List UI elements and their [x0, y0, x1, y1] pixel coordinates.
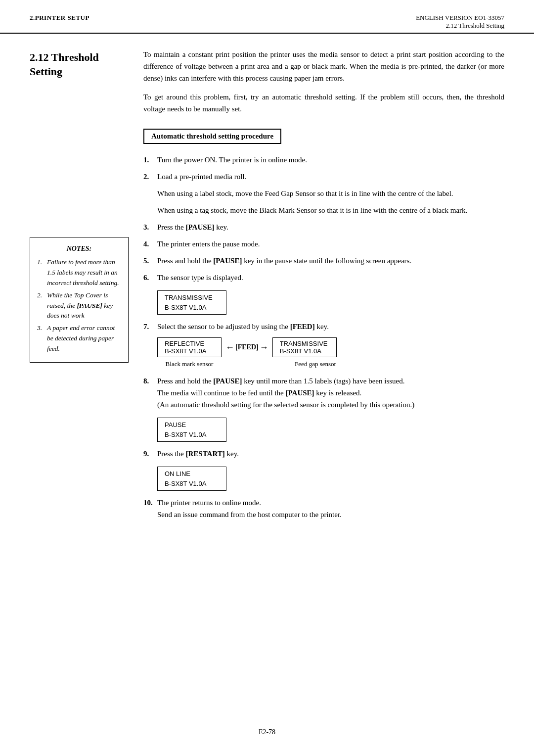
- step-6: 6. The sensor type is displayed.: [143, 272, 504, 284]
- header-right: ENGLISH VERSION EO1-33057 2.12 Threshold…: [416, 14, 504, 30]
- feed-box-right-line1: TRANSMISSIVE: [280, 340, 329, 347]
- feed-box-right-line2: B-SX8T V1.0A: [280, 347, 329, 355]
- step-2: 2. Load a pre-printed media roll.: [143, 171, 504, 183]
- screen-9-line1: ON LINE: [165, 469, 219, 479]
- step-2-sub1: When using a label stock, move the Feed …: [157, 188, 504, 199]
- screen-6: TRANSMISSIVE B-SX8T V1.0A: [157, 290, 226, 315]
- step-8-text: Press and hold the [PAUSE] key until mor…: [157, 375, 504, 411]
- feed-diagram: REFLECTIVE B-SX8T V1.0A ← [FEED] → TRANS…: [157, 337, 504, 357]
- step-10: 10. The printer returns to online mode. …: [143, 497, 504, 520]
- intro-para2: To get around this problem, first, try a…: [143, 91, 504, 115]
- screen-9: ON LINE B-SX8T V1.0A: [157, 467, 226, 491]
- step-7: 7. Select the sensor to be adjusted by u…: [143, 321, 504, 332]
- screen-8-line2: B-SX8T V1.0A: [165, 430, 219, 440]
- note-item-1: 1. Failure to feed more than 1.5 labels …: [37, 257, 121, 288]
- section-title: 2.12 Threshold Setting: [30, 50, 129, 79]
- step-3: 3. Press the [PAUSE] key.: [143, 221, 504, 233]
- step-8: 8. Press and hold the [PAUSE] key until …: [143, 375, 504, 411]
- screen-8-line1: PAUSE: [165, 420, 219, 430]
- feed-box-left-line1: REFLECTIVE: [165, 340, 214, 347]
- main-content: 2.12 Threshold Setting NOTES: 1. Failure…: [0, 48, 534, 525]
- step-4: 4. The printer enters the pause mode.: [143, 238, 504, 250]
- step-9: 9. Press the [RESTART] key.: [143, 448, 504, 460]
- screen-6-line2: B-SX8T V1.0A: [165, 303, 219, 313]
- notes-title: NOTES:: [37, 243, 121, 254]
- step-9-text: Press the [RESTART] key.: [157, 448, 504, 460]
- step-5: 5. Press and hold the [PAUSE] key in the…: [143, 255, 504, 267]
- notes-list: 1. Failure to feed more than 1.5 labels …: [37, 257, 121, 354]
- feed-arrow: ← [FEED] →: [225, 342, 268, 353]
- screen-6-line1: TRANSMISSIVE: [165, 293, 219, 303]
- step-4-text: The printer enters the pause mode.: [157, 238, 504, 250]
- step-6-text: The sensor type is displayed.: [157, 272, 504, 284]
- page-number: E2-78: [259, 728, 275, 736]
- note-item-2: 2. While the Top Cover is raised, the [P…: [37, 290, 121, 322]
- screen-9-line2: B-SX8T V1.0A: [165, 479, 219, 489]
- header: 2.PRINTER SETUP ENGLISH VERSION EO1-3305…: [0, 0, 534, 34]
- note-item-3: 3. A paper end error cannot be detected …: [37, 323, 121, 354]
- page: 2.PRINTER SETUP ENGLISH VERSION EO1-3305…: [0, 0, 534, 756]
- step-3-text: Press the [PAUSE] key.: [157, 221, 504, 233]
- step-2-text: Load a pre-printed media roll.: [157, 171, 504, 183]
- feed-labels: Black mark sensor Feed gap sensor: [157, 360, 504, 368]
- header-version: ENGLISH VERSION EO1-33057: [416, 14, 504, 22]
- feed-label-left: Black mark sensor: [157, 360, 222, 368]
- intro-para1: To maintain a constant print position th…: [143, 48, 504, 84]
- right-column: To maintain a constant print position th…: [138, 48, 504, 525]
- step-5-text: Press and hold the [PAUSE] key in the pa…: [157, 255, 504, 267]
- step-10-text: The printer returns to online mode. Send…: [157, 497, 504, 520]
- screen-8: PAUSE B-SX8T V1.0A: [157, 418, 226, 442]
- step-2-sub2: When using a tag stock, move the Black M…: [157, 204, 504, 216]
- step-1-text: Turn the power ON. The printer is in onl…: [157, 154, 504, 166]
- feed-box-left-line2: B-SX8T V1.0A: [165, 347, 214, 355]
- feed-label-right: Feed gap sensor: [281, 360, 350, 368]
- step-1: 1. Turn the power ON. The printer is in …: [143, 154, 504, 166]
- procedure-heading: Automatic threshold setting procedure: [143, 129, 281, 144]
- left-column: 2.12 Threshold Setting NOTES: 1. Failure…: [30, 48, 138, 525]
- header-left: 2.PRINTER SETUP: [30, 14, 89, 22]
- notes-box: NOTES: 1. Failure to feed more than 1.5 …: [30, 237, 129, 363]
- step-7-text: Select the sensor to be adjusted by usin…: [157, 321, 504, 332]
- footer: E2-78: [0, 728, 534, 746]
- header-section: 2.12 Threshold Setting: [416, 22, 504, 30]
- feed-box-left: REFLECTIVE B-SX8T V1.0A: [157, 337, 222, 357]
- feed-box-right: TRANSMISSIVE B-SX8T V1.0A: [272, 337, 337, 357]
